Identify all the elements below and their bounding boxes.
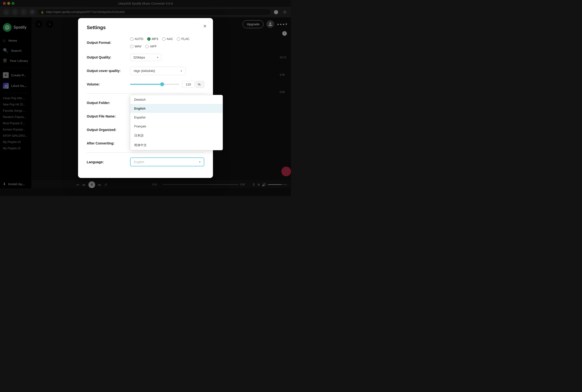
format-mp3-label: MP3 bbox=[152, 37, 158, 41]
format-flac-label: FLAC bbox=[181, 37, 189, 41]
settings-close-button[interactable]: ✕ bbox=[201, 23, 208, 30]
format-wav-label: WAV bbox=[135, 44, 141, 48]
lang-option-english[interactable]: English bbox=[130, 104, 223, 113]
language-label: Language: bbox=[87, 160, 130, 164]
format-aac-label: AAC bbox=[167, 37, 173, 41]
volume-percent-label: % bbox=[196, 81, 204, 88]
output-quality-dropdown[interactable]: 320kbps ▾ bbox=[130, 54, 161, 61]
language-placeholder: English bbox=[134, 160, 197, 164]
output-organized-label: Output Organized: bbox=[87, 128, 130, 132]
volume-row-inner: % bbox=[130, 81, 204, 88]
volume-row: Volume: % bbox=[87, 80, 204, 88]
format-aac[interactable]: AAC bbox=[162, 37, 173, 41]
format-aiff-radio[interactable] bbox=[145, 45, 149, 48]
output-quality-row: Output Quality: 320kbps ▾ bbox=[87, 53, 204, 62]
output-file-name-label: Output File Name: bbox=[87, 114, 130, 118]
language-dropdown-popup: Deutsch English Español Français 日本語 简体中… bbox=[130, 95, 223, 150]
output-format-label: Output Format: bbox=[87, 41, 130, 44]
output-cover-dropdown[interactable]: High (640x640) ▾ bbox=[130, 67, 186, 75]
lang-option-francais[interactable]: Français bbox=[130, 122, 223, 131]
format-auto-radio[interactable] bbox=[130, 37, 134, 41]
output-folder-label: Output Folder: bbox=[87, 101, 130, 105]
settings-divider bbox=[87, 94, 204, 94]
volume-number-input[interactable] bbox=[182, 81, 195, 88]
output-format-control: AUTO MP3 AAC FLAC WAV bbox=[130, 37, 204, 48]
language-row: Language: English ▾ Deutsch English Espa… bbox=[87, 158, 204, 166]
output-quality-label: Output Quality: bbox=[87, 56, 130, 59]
output-format-row: Output Format: AUTO MP3 AAC FLAC bbox=[87, 37, 204, 48]
lang-option-deutsch[interactable]: Deutsch bbox=[130, 95, 223, 104]
language-control: English ▾ Deutsch English Español França… bbox=[130, 158, 204, 166]
format-wav[interactable]: WAV bbox=[130, 44, 141, 48]
quality-value: 320kbps bbox=[133, 56, 155, 59]
volume-control: % bbox=[130, 81, 204, 88]
lang-option-japanese[interactable]: 日本語 bbox=[130, 131, 223, 140]
after-converting-label: After Converting: bbox=[87, 141, 130, 145]
lang-option-espanol[interactable]: Español bbox=[130, 113, 223, 122]
format-flac-radio[interactable] bbox=[177, 37, 180, 41]
output-quality-control: 320kbps ▾ bbox=[130, 54, 204, 61]
volume-thumb[interactable] bbox=[160, 82, 164, 86]
settings-title: Settings bbox=[87, 25, 204, 30]
format-mp3[interactable]: MP3 bbox=[147, 37, 158, 41]
volume-fill-bar bbox=[130, 84, 162, 85]
volume-input-box: % bbox=[182, 81, 204, 88]
format-mp3-radio[interactable] bbox=[147, 37, 151, 41]
output-cover-quality-control: High (640x640) ▾ bbox=[130, 67, 204, 75]
format-auto[interactable]: AUTO bbox=[130, 37, 143, 41]
format-aiff-label: AIFF bbox=[150, 44, 157, 48]
format-aiff[interactable]: AIFF bbox=[145, 44, 157, 48]
output-cover-quality-row: Output cover quality: High (640x640) ▾ bbox=[87, 66, 204, 75]
settings-divider-2 bbox=[87, 152, 204, 153]
quality-arrow: ▾ bbox=[157, 56, 158, 59]
cover-quality-arrow: ▾ bbox=[181, 70, 182, 72]
cover-quality-value: High (640x640) bbox=[134, 69, 179, 73]
volume-track bbox=[130, 84, 179, 85]
language-dropdown[interactable]: English ▾ bbox=[130, 158, 204, 166]
lang-option-chinese[interactable]: 简体中文 bbox=[130, 140, 223, 150]
settings-dialog: Settings ✕ Output Format: AUTO MP3 AAC bbox=[78, 18, 213, 178]
volume-label: Volume: bbox=[87, 82, 130, 86]
output-cover-quality-label: Output cover quality: bbox=[87, 69, 130, 73]
format-wav-radio[interactable] bbox=[130, 45, 134, 48]
format-flac[interactable]: FLAC bbox=[177, 37, 189, 41]
language-arrow: ▾ bbox=[199, 160, 200, 163]
format-aac-radio[interactable] bbox=[162, 37, 166, 41]
modal-overlay: Settings ✕ Output Format: AUTO MP3 AAC bbox=[0, 0, 291, 196]
volume-slider-container[interactable] bbox=[130, 82, 179, 87]
format-auto-label: AUTO bbox=[135, 37, 143, 41]
